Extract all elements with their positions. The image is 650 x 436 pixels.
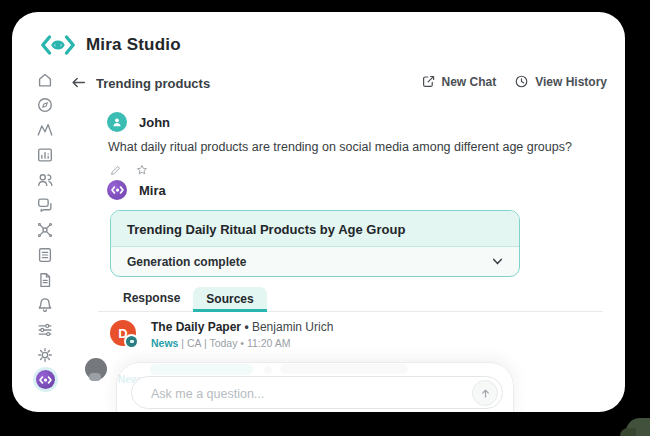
generation-card: Trending Daily Ritual Products by Age Gr… bbox=[110, 210, 520, 277]
user-message-text: What daily ritual products are trending … bbox=[108, 140, 572, 154]
sidebar bbox=[34, 70, 56, 389]
sidebar-item-documents[interactable] bbox=[36, 270, 55, 289]
generation-card-title: Trending Daily Ritual Products by Age Gr… bbox=[127, 222, 405, 237]
mira-logo-icon bbox=[40, 34, 76, 56]
favorite-button[interactable] bbox=[135, 163, 149, 177]
background-plant-decoration-small bbox=[620, 428, 636, 436]
send-button[interactable] bbox=[472, 380, 498, 406]
source-author: Benjamin Urich bbox=[252, 320, 333, 334]
user-name: John bbox=[139, 115, 170, 130]
compass-icon bbox=[36, 96, 54, 114]
clock-icon bbox=[514, 74, 529, 89]
page-title: Trending products bbox=[96, 76, 210, 91]
new-chat-icon bbox=[421, 74, 436, 89]
new-chat-button[interactable]: New Chat bbox=[421, 74, 497, 89]
sidebar-item-mira[interactable] bbox=[36, 370, 55, 389]
source-meta-line: News | CA | Today • 11:20 AM bbox=[151, 337, 333, 349]
sidebar-item-analytics[interactable] bbox=[36, 145, 55, 164]
app-window: Mira Studio bbox=[12, 12, 625, 412]
new-chat-label: New Chat bbox=[442, 75, 497, 89]
question-input-wrapper bbox=[131, 376, 503, 409]
source-details: The Daily Paper • Benjamin Urich News | … bbox=[151, 320, 333, 349]
assistant-name: Mira bbox=[139, 183, 166, 198]
message-actions bbox=[109, 163, 149, 177]
question-input[interactable] bbox=[149, 377, 431, 410]
back-arrow-icon bbox=[70, 74, 87, 91]
mira-active-icon bbox=[36, 370, 55, 389]
sidebar-item-explore[interactable] bbox=[36, 95, 55, 114]
source-name: The Daily Paper bbox=[151, 320, 241, 334]
person-icon bbox=[111, 116, 123, 128]
edit-button[interactable] bbox=[109, 164, 122, 177]
home-icon bbox=[36, 71, 54, 89]
sidebar-item-audiences[interactable] bbox=[36, 170, 55, 189]
activity-icon bbox=[36, 121, 54, 139]
generation-card-header: Trending Daily Ritual Products by Age Gr… bbox=[111, 211, 519, 247]
sliders-icon bbox=[36, 321, 54, 339]
source-separator: • bbox=[244, 320, 248, 334]
file-icon bbox=[36, 271, 54, 289]
hidden-source-avatar-fragment bbox=[89, 373, 101, 381]
users-icon bbox=[36, 171, 54, 189]
generation-status-label: Generation complete bbox=[127, 255, 246, 269]
tab-response[interactable]: Response bbox=[110, 286, 193, 311]
source-item[interactable]: D The Daily Paper • Benjamin Urich News … bbox=[110, 320, 333, 349]
result-tabs: Response Sources bbox=[98, 286, 603, 312]
sidebar-item-conversations[interactable] bbox=[36, 195, 55, 214]
chevron-down-icon bbox=[490, 254, 505, 269]
source-meta: | CA | Today • 11:20 AM bbox=[181, 337, 290, 349]
view-history-label: View History bbox=[535, 75, 607, 89]
source-title-line: The Daily Paper • Benjamin Urich bbox=[151, 320, 333, 334]
star-icon bbox=[135, 163, 149, 177]
sidebar-item-notifications[interactable] bbox=[36, 295, 55, 314]
sidebar-item-preferences[interactable] bbox=[36, 320, 55, 339]
user-avatar bbox=[107, 112, 127, 132]
brand-name: Mira Studio bbox=[86, 35, 181, 55]
bar-chart-icon bbox=[36, 146, 54, 164]
back-button[interactable] bbox=[70, 74, 87, 95]
list-document-icon bbox=[36, 246, 54, 264]
assistant-message-header: Mira bbox=[107, 180, 166, 200]
source-category: News bbox=[151, 337, 178, 349]
generation-status-row[interactable]: Generation complete bbox=[111, 247, 519, 276]
app-logo: Mira Studio bbox=[40, 34, 181, 56]
pencil-icon bbox=[109, 164, 122, 177]
user-message-header: John bbox=[107, 112, 170, 132]
connections-icon bbox=[36, 221, 54, 239]
sidebar-item-settings[interactable] bbox=[36, 345, 55, 364]
sidebar-item-activity[interactable] bbox=[36, 120, 55, 139]
sidebar-item-notes[interactable] bbox=[36, 245, 55, 264]
mira-avatar bbox=[107, 180, 127, 200]
mira-avatar-icon bbox=[111, 186, 124, 194]
composer-panel bbox=[116, 362, 514, 412]
sidebar-item-integrations[interactable] bbox=[36, 220, 55, 239]
source-news-badge-icon bbox=[124, 334, 139, 349]
view-history-button[interactable]: View History bbox=[514, 74, 607, 89]
gear-icon bbox=[36, 346, 54, 364]
bell-icon bbox=[36, 296, 54, 314]
source-avatar: D bbox=[110, 320, 136, 346]
screen: { "brand": "Mira Studio", "header": { "t… bbox=[0, 0, 650, 436]
send-arrow-icon bbox=[479, 387, 492, 400]
chat-bubbles-icon bbox=[36, 196, 54, 214]
sidebar-item-home[interactable] bbox=[36, 70, 55, 89]
header-actions: New Chat View History bbox=[421, 74, 608, 89]
tab-sources[interactable]: Sources bbox=[193, 287, 266, 312]
